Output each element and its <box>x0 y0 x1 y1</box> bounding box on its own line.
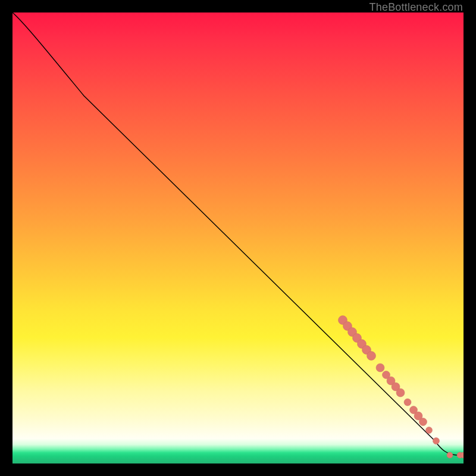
chart-svg <box>12 12 464 464</box>
chart-frame: TheBottleneck.com <box>0 0 476 476</box>
data-point <box>404 399 411 406</box>
plot-area <box>12 12 464 464</box>
data-point <box>447 452 453 458</box>
data-point <box>419 418 427 426</box>
data-markers <box>339 316 464 459</box>
data-point <box>433 438 440 444</box>
data-point <box>426 427 433 434</box>
attribution-label: TheBottleneck.com <box>369 1 463 14</box>
data-point <box>376 364 384 372</box>
data-point <box>396 389 405 397</box>
data-point <box>367 352 376 361</box>
